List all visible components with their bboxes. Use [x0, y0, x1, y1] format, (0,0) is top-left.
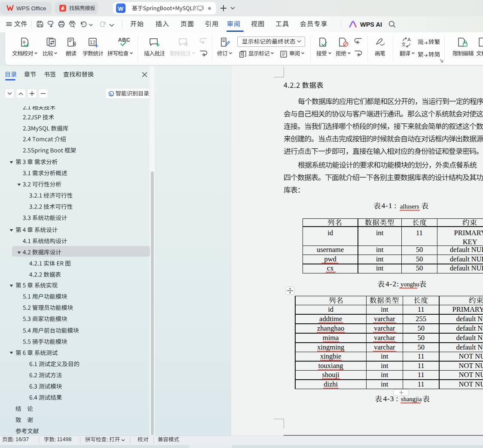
- svg-text:a: a: [22, 39, 25, 44]
- svg-text:W: W: [118, 6, 124, 12]
- svg-text:文: 文: [401, 42, 406, 47]
- svg-text:A: A: [407, 37, 411, 42]
- svg-text:12: 12: [90, 40, 96, 46]
- svg-text:ABC: ABC: [118, 37, 131, 43]
